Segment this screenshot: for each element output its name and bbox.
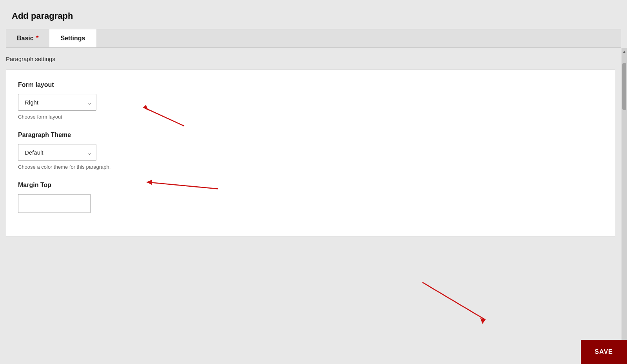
tabs-bar: Basic * Settings <box>6 29 621 48</box>
content-area: Paragraph settings Form layout Left Righ… <box>0 48 627 364</box>
section-label: Paragraph settings <box>6 56 621 62</box>
paragraph-theme-label: Paragraph Theme <box>18 132 603 139</box>
scroll-up-arrow[interactable]: ▲ <box>622 48 626 55</box>
tab-basic-label: Basic <box>17 35 34 41</box>
paragraph-theme-select[interactable]: Default Light Dark <box>18 144 96 161</box>
scrollbar[interactable]: ▲ ▼ <box>622 48 627 364</box>
form-layout-select-wrapper: Left Right Center ⌄ <box>18 94 96 111</box>
margin-top-input[interactable] <box>18 194 91 213</box>
tab-settings[interactable]: Settings <box>49 29 96 47</box>
paragraph-theme-hint: Choose a color theme for this paragraph. <box>18 164 603 170</box>
margin-top-label: Margin Top <box>18 182 603 189</box>
form-layout-field-group: Form layout Left Right Center ⌄ Choose f… <box>18 81 603 120</box>
tab-basic[interactable]: Basic * <box>6 29 49 47</box>
page-container: Add paragraph Basic * Settings Paragraph… <box>0 0 627 364</box>
paragraph-theme-select-wrapper: Default Light Dark ⌄ <box>18 144 96 161</box>
save-button[interactable]: SAVE <box>581 340 627 364</box>
scrollbar-thumb[interactable] <box>622 63 626 110</box>
form-layout-select[interactable]: Left Right Center <box>18 94 96 111</box>
page-title: Add paragraph <box>0 0 627 29</box>
settings-panel: Form layout Left Right Center ⌄ Choose f… <box>6 69 615 237</box>
main-content: Paragraph settings Form layout Left Righ… <box>0 48 627 364</box>
form-layout-hint: Choose form layout <box>18 114 603 120</box>
tab-settings-label: Settings <box>60 35 85 41</box>
margin-top-field-group: Margin Top <box>18 182 603 213</box>
paragraph-theme-field-group: Paragraph Theme Default Light Dark ⌄ Cho… <box>18 132 603 170</box>
form-layout-label: Form layout <box>18 81 603 88</box>
tab-basic-required: * <box>34 35 39 41</box>
